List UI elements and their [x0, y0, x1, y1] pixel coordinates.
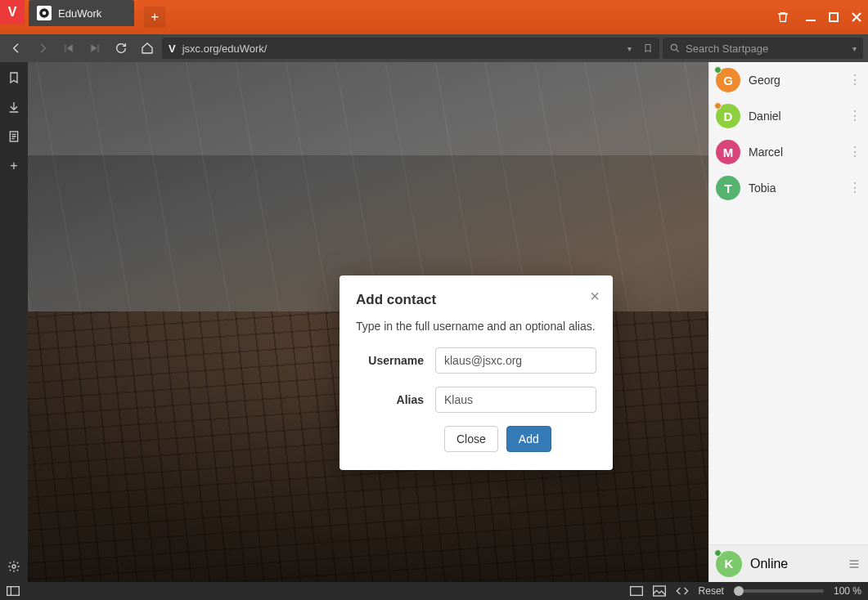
self-status-label: Online	[750, 557, 788, 571]
search-icon	[669, 43, 681, 54]
titlebar: V EduWork +	[0, 0, 868, 34]
side-panel: +	[0, 62, 28, 582]
nav-reload-button[interactable]	[110, 37, 133, 60]
address-toolbar: V jsxc.org/eduWork/ ▾ Search Startpage ▾	[0, 34, 868, 62]
close-button[interactable]: Close	[444, 426, 498, 452]
svg-rect-7	[7, 587, 20, 596]
contact-menu-icon[interactable]: ⋮	[848, 185, 861, 191]
page-actions-icon[interactable]	[676, 586, 689, 596]
presence-indicator	[714, 549, 722, 557]
svg-rect-8	[630, 587, 642, 596]
tab-active[interactable]: EduWork	[29, 0, 134, 26]
search-dropdown-icon[interactable]: ▾	[852, 44, 857, 53]
contact-name: Daniel	[749, 110, 781, 123]
contact-avatar: D	[716, 104, 740, 128]
roster-list: GGeorg⋮DDaniel⋮MMarcel⋮TTobia⋮	[709, 62, 868, 544]
username-label: Username	[356, 354, 424, 367]
svg-point-4	[671, 44, 677, 50]
roster-contact[interactable]: GGeorg⋮	[709, 62, 868, 98]
window-minimize-button[interactable]	[799, 0, 822, 34]
status-bar: Reset 100 %	[0, 582, 868, 600]
self-avatar: K	[716, 551, 742, 577]
add-contact-dialog: × Add contact Type in the full username …	[340, 275, 613, 470]
nav-back-button[interactable]	[5, 37, 28, 60]
zoom-slider-knob[interactable]	[734, 586, 744, 596]
nav-home-button[interactable]	[136, 37, 159, 60]
alias-label: Alias	[356, 393, 424, 406]
roster-contact[interactable]: MMarcel⋮	[709, 134, 868, 170]
roster-self-row[interactable]: K Online	[709, 544, 868, 582]
search-field[interactable]: Search Startpage ▾	[663, 38, 863, 59]
presence-indicator	[714, 66, 722, 74]
contact-menu-icon[interactable]: ⋮	[848, 77, 861, 83]
contact-name: Georg	[749, 74, 780, 87]
search-placeholder: Search Startpage	[686, 43, 768, 55]
presence-indicator	[714, 102, 722, 110]
bookmark-icon[interactable]	[643, 43, 653, 54]
panel-add-icon[interactable]: +	[7, 159, 21, 173]
contact-avatar-initial: T	[724, 181, 731, 195]
tile-icon[interactable]	[630, 586, 643, 596]
username-input[interactable]	[435, 347, 596, 374]
url-text: jsxc.org/eduWork/	[182, 43, 268, 55]
contact-name: Marcel	[749, 146, 783, 159]
chat-roster: GGeorg⋮DDaniel⋮MMarcel⋮TTobia⋮ K Online	[708, 62, 868, 582]
contact-avatar: T	[716, 176, 740, 200]
nav-fastforward-button[interactable]	[83, 37, 106, 60]
svg-rect-3	[830, 13, 838, 21]
contact-avatar: G	[716, 68, 740, 92]
zoom-level-label: 100 %	[834, 585, 861, 597]
panel-notes-icon[interactable]	[7, 129, 21, 144]
tab-title: EduWork	[58, 7, 101, 20]
tab-favicon	[37, 6, 52, 20]
url-dropdown-icon[interactable]: ▾	[627, 44, 632, 53]
contact-avatar-initial: G	[723, 74, 733, 87]
window-close-button[interactable]	[845, 0, 868, 34]
svg-rect-9	[653, 586, 665, 596]
zoom-reset-button[interactable]: Reset	[699, 585, 724, 597]
add-button[interactable]: Add	[506, 426, 551, 452]
nav-forward-button[interactable]	[31, 37, 54, 60]
roster-contact[interactable]: TTobia⋮	[709, 170, 868, 206]
roster-contact[interactable]: DDaniel⋮	[709, 98, 868, 134]
panel-settings-icon[interactable]	[7, 559, 21, 574]
new-tab-button[interactable]: +	[144, 7, 165, 28]
trash-icon[interactable]	[771, 0, 794, 34]
image-toggle-icon[interactable]	[653, 585, 666, 597]
svg-point-6	[12, 565, 16, 568]
dialog-close-icon[interactable]: ×	[590, 287, 600, 306]
panel-bookmarks-icon[interactable]	[7, 70, 21, 85]
zoom-slider[interactable]	[734, 589, 824, 593]
svg-point-1	[43, 11, 47, 16]
roster-menu-icon[interactable]	[847, 557, 861, 571]
panel-toggle-icon[interactable]	[7, 586, 20, 596]
contact-menu-icon[interactable]: ⋮	[848, 113, 861, 119]
contact-menu-icon[interactable]: ⋮	[848, 149, 861, 155]
url-field[interactable]: V jsxc.org/eduWork/ ▾	[162, 38, 659, 59]
self-avatar-initial: K	[725, 557, 734, 571]
window-maximize-button[interactable]	[822, 0, 845, 34]
nav-rewind-button[interactable]	[57, 37, 80, 60]
contact-avatar-initial: M	[723, 146, 734, 159]
site-badge-icon: V	[169, 43, 176, 55]
contact-avatar: M	[716, 140, 740, 164]
app-logo: V	[0, 0, 25, 25]
panel-downloads-icon[interactable]	[7, 100, 21, 114]
alias-input[interactable]	[435, 387, 596, 413]
contact-avatar-initial: D	[724, 110, 733, 123]
contact-name: Tobia	[749, 181, 776, 195]
dialog-title: Add contact	[356, 292, 596, 308]
svg-rect-2	[806, 20, 816, 21]
dialog-description: Type in the full username and an optiona…	[356, 320, 596, 333]
page-viewport: × Add contact Type in the full username …	[28, 62, 708, 582]
